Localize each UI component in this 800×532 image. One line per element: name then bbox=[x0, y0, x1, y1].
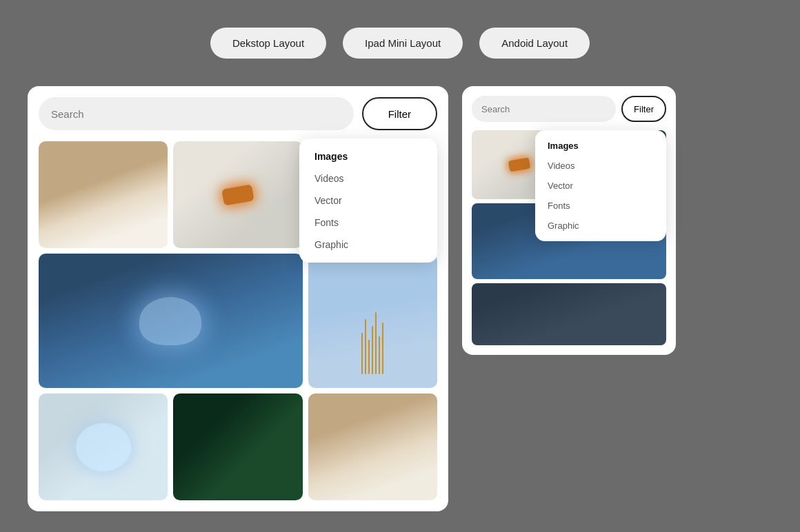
android-dropdown-graphic[interactable]: Graphic bbox=[535, 216, 666, 236]
wheat-stalk bbox=[361, 333, 363, 374]
image-beach2[interactable] bbox=[308, 393, 437, 500]
desktop-panel: Filter Images Videos Vector Fonts Graphi… bbox=[28, 86, 448, 511]
dropdown-item-images[interactable]: Images bbox=[299, 145, 437, 167]
desktop-search-input[interactable] bbox=[51, 108, 341, 120]
android-dropdown-images[interactable]: Images bbox=[535, 136, 666, 156]
wheat-decoration bbox=[361, 312, 383, 374]
main-area: Filter Images Videos Vector Fonts Graphi… bbox=[0, 86, 800, 511]
desktop-search-row: Filter bbox=[39, 97, 437, 130]
android-panel: Filter Images Videos Vector Fonts Graphi… bbox=[462, 86, 676, 355]
dropdown-item-fonts[interactable]: Fonts bbox=[299, 212, 437, 234]
dropdown-item-vector[interactable]: Vector bbox=[299, 190, 437, 212]
wheat-stalk bbox=[382, 323, 383, 374]
android-dropdown: Images Videos Vector Fonts Graphic bbox=[535, 130, 666, 241]
android-search-input[interactable] bbox=[481, 104, 606, 114]
desktop-search-wrap[interactable] bbox=[39, 97, 354, 130]
wheat-stalk bbox=[368, 340, 370, 374]
image-beach1[interactable] bbox=[39, 141, 168, 248]
wheat-stalk bbox=[372, 326, 373, 374]
android-search-wrap[interactable] bbox=[472, 96, 616, 122]
dropdown-item-graphic[interactable]: Graphic bbox=[299, 234, 437, 256]
top-nav: Dekstop Layout Ipad Mini Layout Andoid L… bbox=[210, 28, 590, 59]
image-bubble[interactable] bbox=[39, 393, 168, 500]
desktop-dropdown: Images Videos Vector Fonts Graphic bbox=[299, 139, 437, 263]
image-wheat[interactable] bbox=[308, 254, 437, 388]
jellyfish-shape bbox=[139, 297, 201, 345]
android-dropdown-vector[interactable]: Vector bbox=[535, 176, 666, 196]
bubble-shape bbox=[76, 423, 131, 471]
android-dropdown-videos[interactable]: Videos bbox=[535, 156, 666, 176]
wheat-stalk bbox=[375, 312, 377, 374]
desktop-filter-button[interactable]: Filter bbox=[362, 97, 437, 130]
image-jellyfish[interactable] bbox=[39, 254, 303, 388]
ipad-layout-button[interactable]: Ipad Mini Layout bbox=[343, 28, 463, 59]
image-car-light[interactable] bbox=[173, 141, 302, 248]
image-green2[interactable] bbox=[173, 393, 302, 500]
android-filter-button[interactable]: Filter bbox=[621, 96, 666, 122]
desktop-layout-button[interactable]: Dekstop Layout bbox=[210, 28, 326, 59]
dropdown-item-videos[interactable]: Videos bbox=[299, 167, 437, 190]
wheat-stalk bbox=[365, 319, 366, 374]
android-search-row: Filter bbox=[472, 96, 666, 122]
android-image-beach[interactable] bbox=[472, 283, 666, 345]
android-layout-button[interactable]: Andoid Layout bbox=[479, 28, 590, 59]
wheat-stalk bbox=[379, 336, 380, 374]
android-dropdown-fonts[interactable]: Fonts bbox=[535, 196, 666, 216]
